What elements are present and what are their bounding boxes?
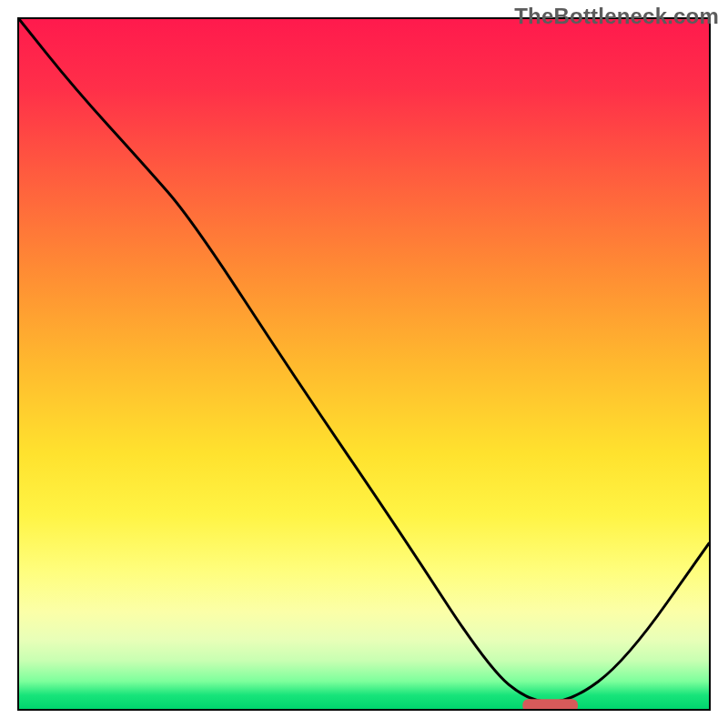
chart-container: TheBottleneck.com	[0, 0, 728, 728]
plot-area	[17, 17, 711, 711]
chart-svg	[19, 19, 709, 709]
bottleneck-curve-line	[19, 19, 709, 702]
watermark-text: TheBottleneck.com	[514, 4, 719, 29]
optimal-range-marker	[522, 699, 578, 709]
